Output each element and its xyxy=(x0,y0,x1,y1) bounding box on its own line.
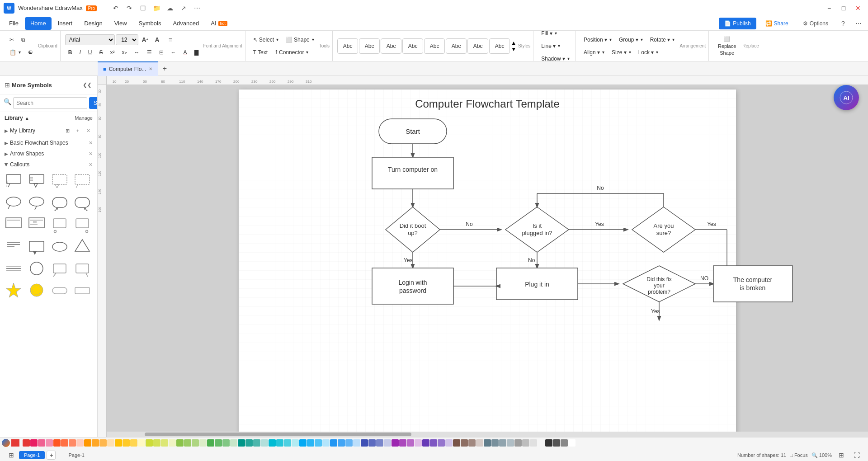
indent-button[interactable]: ← xyxy=(168,47,179,58)
fullscreen-button[interactable]: ⛶ xyxy=(851,449,863,461)
share-button[interactable]: 🔁 Share xyxy=(760,19,794,28)
color-swatch[interactable] xyxy=(322,439,330,447)
color-swatch[interactable] xyxy=(199,439,207,447)
color-swatch[interactable] xyxy=(514,439,522,447)
menu-advanced[interactable]: Advanced xyxy=(167,17,204,30)
callout-shape-18[interactable] xyxy=(27,259,47,278)
abc-shape-7[interactable]: Abc xyxy=(467,38,488,54)
color-swatch[interactable] xyxy=(230,439,237,447)
color-swatch[interactable] xyxy=(561,439,568,447)
color-swatch[interactable] xyxy=(84,439,91,447)
abc-shape-6[interactable]: Abc xyxy=(446,38,467,54)
color-swatch[interactable] xyxy=(415,439,422,447)
color-swatch[interactable] xyxy=(422,439,429,447)
color-swatch[interactable] xyxy=(307,439,314,447)
color-swatch[interactable] xyxy=(507,439,514,447)
group-button[interactable]: Group ▾ xyxy=(616,34,646,46)
select-button[interactable]: ↖ Select xyxy=(250,34,282,46)
abc-shape-1[interactable]: Abc xyxy=(337,38,358,54)
help-button[interactable]: ? xyxy=(837,18,849,29)
color-swatch[interactable] xyxy=(430,439,437,447)
color-swatch[interactable] xyxy=(169,439,176,447)
callout-shape-6[interactable] xyxy=(27,193,47,213)
color-swatch[interactable] xyxy=(522,439,529,447)
color-wheel-button[interactable] xyxy=(2,439,10,447)
color-swatch[interactable] xyxy=(238,439,245,447)
save-button[interactable]: ☐ xyxy=(137,2,149,14)
my-library-section[interactable]: ▶ My Library ⊞ + ✕ xyxy=(0,124,97,137)
callouts-close-btn[interactable]: ✕ xyxy=(89,162,93,168)
color-swatch[interactable] xyxy=(353,439,360,447)
ai-avatar[interactable]: AI xyxy=(834,85,859,110)
color-swatch[interactable] xyxy=(61,439,68,447)
color-swatch[interactable] xyxy=(76,439,84,447)
tab-computer-flo[interactable]: ■ Computer Flo... ✕ xyxy=(98,61,158,76)
color-swatch[interactable] xyxy=(499,439,506,447)
bold-button[interactable]: B xyxy=(65,47,75,58)
color-swatch[interactable] xyxy=(107,439,114,447)
align-button[interactable]: Align ▾ xyxy=(580,47,608,58)
zoom-control[interactable]: 🔍 100% xyxy=(811,452,832,458)
search-button[interactable]: Search xyxy=(89,97,98,109)
horizontal-scrollbar[interactable] xyxy=(107,432,868,437)
page-add-button[interactable]: + xyxy=(47,451,56,460)
search-input[interactable] xyxy=(13,97,87,109)
current-color-swatch[interactable] xyxy=(11,439,19,447)
font-shrink-button[interactable]: A- xyxy=(152,34,164,46)
abc-shape-2[interactable]: Abc xyxy=(359,38,380,54)
color-swatch[interactable] xyxy=(445,439,453,447)
callout-shape-2[interactable] xyxy=(27,172,47,192)
callout-shape-19[interactable] xyxy=(50,259,70,278)
highlight-button[interactable]: ▇ xyxy=(191,47,202,58)
callout-shape-14[interactable] xyxy=(27,237,47,257)
tab-add-button[interactable]: + xyxy=(158,62,171,75)
color-swatch[interactable] xyxy=(553,439,560,447)
color-swatch[interactable] xyxy=(269,439,276,447)
color-swatch[interactable] xyxy=(407,439,414,447)
menu-view[interactable]: View xyxy=(109,17,132,30)
lock-button[interactable]: Lock ▾ xyxy=(635,47,662,58)
font-size-select[interactable]: 12 xyxy=(116,34,138,45)
focus-button[interactable]: □ Focus xyxy=(790,452,808,458)
tab-close-button[interactable]: ✕ xyxy=(149,66,152,71)
publish-button[interactable]: 📄 Publish xyxy=(719,18,756,29)
color-swatch[interactable] xyxy=(468,439,476,447)
color-swatch[interactable] xyxy=(461,439,468,447)
fit-button[interactable]: ⊞ xyxy=(835,449,847,461)
callout-shape-3[interactable] xyxy=(50,172,70,192)
color-swatch[interactable] xyxy=(146,439,153,447)
close-button[interactable]: ✕ xyxy=(852,2,864,14)
basic-flowchart-close-btn[interactable]: ✕ xyxy=(89,140,93,146)
color-swatch[interactable] xyxy=(484,439,491,447)
line-button[interactable]: Line ▾ xyxy=(538,40,573,52)
callout-shape-21[interactable] xyxy=(4,280,24,300)
color-swatch[interactable] xyxy=(192,439,199,447)
fill-button[interactable]: Fill ▾ xyxy=(538,28,573,39)
color-swatch[interactable] xyxy=(215,439,222,447)
abc-shape-4[interactable]: Abc xyxy=(402,38,423,54)
color-swatch[interactable] xyxy=(253,439,260,447)
color-swatch[interactable] xyxy=(92,439,99,447)
callout-shape-16[interactable] xyxy=(72,237,92,257)
abc-shape-5[interactable]: Abc xyxy=(424,38,445,54)
minimize-button[interactable]: − xyxy=(823,2,835,14)
canvas-scroll[interactable]: Computer Flowchart Template Start Turn c… xyxy=(107,85,868,437)
connector-button[interactable]: ⤴ Connector xyxy=(272,47,311,58)
color-swatch[interactable] xyxy=(222,439,230,447)
list-button[interactable]: ☰ xyxy=(144,47,155,58)
collapse-button[interactable]: ⋯ xyxy=(853,18,864,29)
callouts-section[interactable]: ▶ Callouts ✕ xyxy=(0,159,97,170)
page-layout-button[interactable]: ⊞ xyxy=(5,449,17,461)
color-swatch[interactable] xyxy=(284,439,291,447)
color-swatch[interactable] xyxy=(176,439,184,447)
color-swatch[interactable] xyxy=(315,439,322,447)
color-swatch[interactable] xyxy=(361,439,368,447)
color-swatch[interactable] xyxy=(123,439,130,447)
menu-insert[interactable]: Insert xyxy=(52,17,78,30)
color-swatch[interactable] xyxy=(438,439,445,447)
color-swatch[interactable] xyxy=(568,439,576,447)
color-swatch[interactable] xyxy=(261,439,268,447)
italic-button[interactable]: I xyxy=(76,47,84,58)
open-button[interactable]: 📁 xyxy=(150,2,163,14)
callout-shape-24[interactable] xyxy=(72,280,92,300)
